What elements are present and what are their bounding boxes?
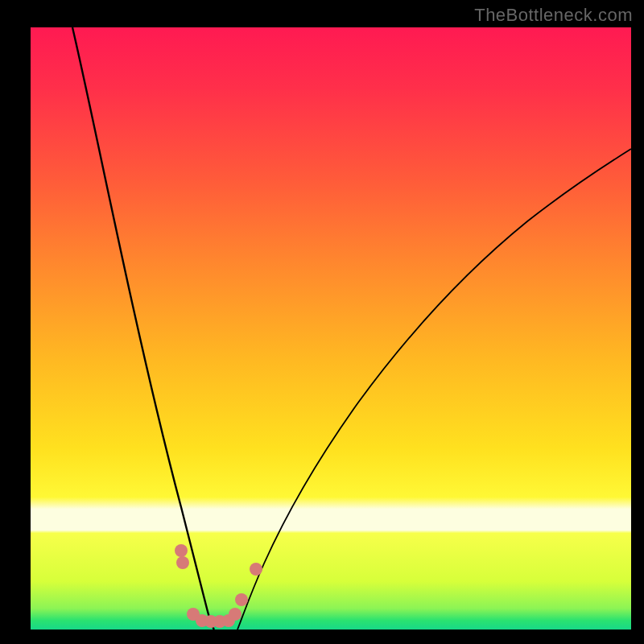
chart-svg [0,0,644,644]
plot-background [31,27,631,630]
marker-dot [229,608,242,621]
marker-dot [176,556,189,569]
marker-dot [175,544,188,557]
marker-dot [250,563,262,576]
marker-dot [235,593,248,606]
watermark-text: TheBottleneck.com [474,5,633,26]
chart-frame: TheBottleneck.com [0,0,644,644]
